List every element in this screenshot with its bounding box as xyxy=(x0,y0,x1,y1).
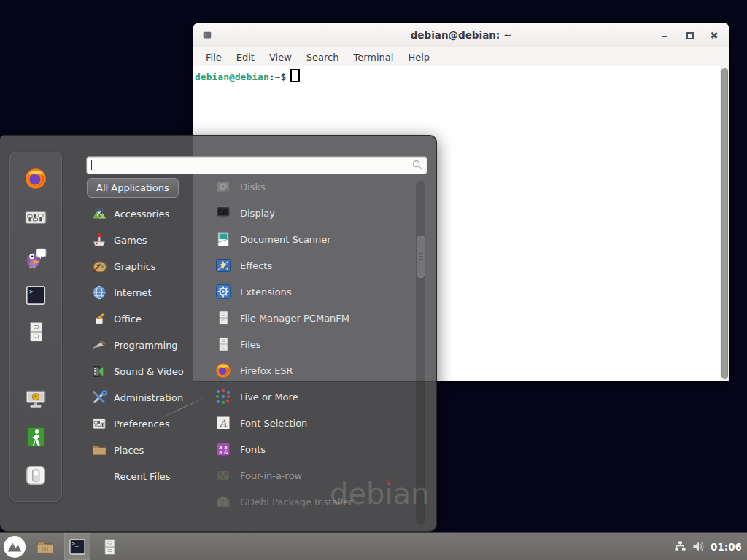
system-tray: 01:06 xyxy=(674,540,747,553)
display-icon xyxy=(214,204,232,222)
app-gdebi-package-installer[interactable]: GDebi Package Installer xyxy=(205,489,414,515)
network-icon[interactable] xyxy=(674,540,686,553)
search-caret xyxy=(91,160,92,170)
taskbar-file-manager-pcmanfm[interactable]: [D] xyxy=(32,533,58,560)
svg-text:[D]: [D] xyxy=(41,546,49,551)
svg-text:A: A xyxy=(219,418,227,429)
category-accessories[interactable]: Accessories xyxy=(87,201,196,227)
cabinet-icon xyxy=(214,309,232,327)
svg-text:>_: >_ xyxy=(72,540,79,547)
favorite-shut-down[interactable] xyxy=(23,463,48,488)
category-places[interactable]: Places xyxy=(87,437,196,463)
terminal-titlebar[interactable]: debian@debian: ~ xyxy=(193,23,729,47)
scanner-icon xyxy=(214,230,232,248)
category-administration[interactable]: Administration xyxy=(87,384,196,411)
soundvideo-icon xyxy=(91,363,107,379)
terminal-menubar: FileEditViewSearchTerminalHelp xyxy=(193,47,729,66)
search-icon xyxy=(411,159,423,171)
category-office[interactable]: Office xyxy=(87,306,196,332)
app-extensions[interactable]: Extensions xyxy=(205,279,414,305)
clock[interactable]: 01:06 xyxy=(711,541,742,553)
games-icon xyxy=(91,232,107,248)
app-fonts[interactable]: a aa &Fonts xyxy=(205,436,414,462)
terminal-prompt: debian@debian:~$ xyxy=(195,69,300,82)
effects-icon xyxy=(214,257,232,274)
category-sound-video[interactable]: Sound & Video xyxy=(87,358,196,384)
terminal-menu-search[interactable]: Search xyxy=(306,52,339,63)
favorite-lock-screen[interactable] xyxy=(23,386,48,411)
fourinrow-icon xyxy=(214,467,232,484)
app-five-or-more[interactable]: Five or More xyxy=(205,384,414,410)
maximize-icon[interactable] xyxy=(684,30,694,40)
favorite-firefox[interactable] xyxy=(23,166,48,191)
programming-icon xyxy=(91,337,107,353)
internet-icon xyxy=(91,284,107,300)
terminal-menu-view[interactable]: View xyxy=(269,52,292,63)
app-font-selection[interactable]: AFont Selection xyxy=(205,410,414,436)
favorite-settings-manager[interactable] xyxy=(23,206,48,230)
menu-scrollbar[interactable] xyxy=(416,181,425,524)
fiveormore-icon xyxy=(214,388,232,405)
firefox-icon xyxy=(214,362,232,379)
administration-icon xyxy=(91,389,107,405)
category-programming[interactable]: Programming xyxy=(87,332,196,358)
cabinet-icon xyxy=(214,335,232,353)
prompt-suffix: :~$ xyxy=(269,71,286,82)
desktop: debian@debian: ~ FileEditViewSearchTermi… xyxy=(0,0,747,560)
category-games[interactable]: Games xyxy=(87,227,196,253)
terminal-menu-terminal[interactable]: Terminal xyxy=(353,52,393,63)
category-list: All ApplicationsAccessoriesGamesGraphics… xyxy=(87,178,196,489)
favorite-log-out[interactable] xyxy=(23,424,48,449)
fonts-icon: a aa & xyxy=(214,440,232,458)
favorite-pidgin[interactable] xyxy=(23,245,48,270)
volume-icon[interactable] xyxy=(692,540,705,553)
terminal-scrollbar-thumb[interactable] xyxy=(721,68,728,379)
terminal-cursor xyxy=(290,69,300,82)
preferences-icon xyxy=(91,416,107,432)
no-icon xyxy=(91,468,107,484)
terminal-menu-edit[interactable]: Edit xyxy=(236,52,255,63)
terminal-scrollbar[interactable] xyxy=(720,66,729,381)
app-display[interactable]: Display xyxy=(205,200,414,226)
terminal-menu-file[interactable]: File xyxy=(206,52,222,63)
terminal-menu-help[interactable]: Help xyxy=(408,52,430,63)
office-icon xyxy=(91,311,107,327)
favorites-sidebar: >_ xyxy=(9,152,62,502)
app-firefox-esr[interactable]: Firefox ESR xyxy=(205,357,414,384)
category-preferences[interactable]: Preferences xyxy=(87,411,196,437)
prompt-user-host: debian@debian xyxy=(195,71,269,82)
extensions-icon xyxy=(214,283,232,300)
taskbar-launchers: [D]>_ xyxy=(29,533,125,560)
svg-text:a &: a & xyxy=(219,449,228,456)
category-all-applications[interactable]: All Applications xyxy=(87,178,179,198)
search-input[interactable] xyxy=(86,156,427,174)
menu-button[interactable] xyxy=(0,533,29,560)
app-files[interactable]: Files xyxy=(205,331,414,357)
taskbar-files[interactable] xyxy=(96,533,123,560)
menu-scrollbar-thumb[interactable] xyxy=(417,236,425,278)
fontsel-icon: A xyxy=(214,414,232,432)
favorite-file-manager[interactable] xyxy=(23,319,48,344)
app-document-scanner[interactable]: Document Scanner xyxy=(205,226,414,252)
places-icon xyxy=(91,442,107,458)
gdebi-icon xyxy=(214,493,232,510)
category-recent-files[interactable]: Recent Files xyxy=(87,463,196,489)
favorite-terminal[interactable]: >_ xyxy=(23,283,48,308)
app-effects[interactable]: Effects xyxy=(205,252,414,279)
app-disks[interactable]: Disks xyxy=(205,174,414,200)
disks-icon xyxy=(214,178,232,195)
taskbar-terminal[interactable]: >_ xyxy=(64,533,90,560)
window-title: debian@debian: ~ xyxy=(193,29,729,41)
taskbar: [D]>_ 01:06 xyxy=(0,532,747,560)
app-list: DisksDisplayDocument ScannerEffectsExten… xyxy=(205,174,414,515)
graphics-icon xyxy=(91,258,107,274)
close-icon[interactable] xyxy=(709,30,719,40)
app-four-in-a-row[interactable]: Four-in-a-row xyxy=(205,462,414,489)
category-graphics[interactable]: Graphics xyxy=(87,253,196,279)
category-internet[interactable]: Internet xyxy=(87,279,196,306)
minimize-icon[interactable] xyxy=(659,30,670,40)
app-file-manager-pcmanfm[interactable]: File Manager PCManFM xyxy=(205,305,414,331)
app-menu: debian >_ All ApplicationsAccessoriesGam… xyxy=(0,135,437,532)
accessories-icon xyxy=(91,206,107,222)
svg-text:>_: >_ xyxy=(29,288,37,295)
